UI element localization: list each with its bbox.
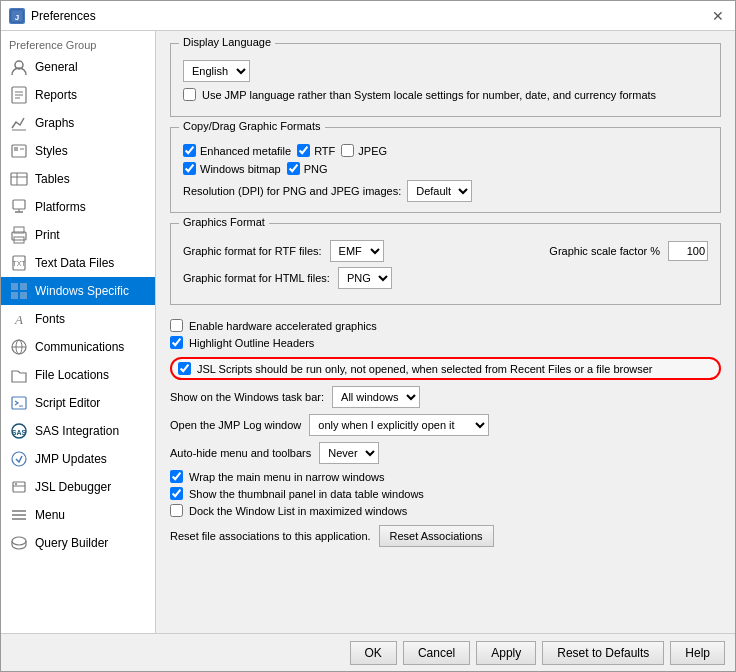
sidebar-item-graphs[interactable]: Graphs	[1, 109, 155, 137]
svg-text:A: A	[14, 312, 23, 327]
sidebar-item-jmpupdates[interactable]: JMP Updates	[1, 445, 155, 473]
taskbar-label: Show on the Windows task bar:	[170, 391, 324, 403]
svg-rect-25	[20, 292, 27, 299]
highlight-row: Highlight Outline Headers	[170, 336, 721, 349]
scale-input[interactable]	[668, 241, 708, 261]
rtf-format-select[interactable]: EMF	[330, 240, 384, 262]
rtf-checkbox[interactable]	[297, 144, 310, 157]
sidebar-item-menu[interactable]: Menu	[1, 501, 155, 529]
scale-label: Graphic scale factor %	[549, 245, 660, 257]
reset-label: Reset file associations to this applicat…	[170, 530, 371, 542]
sidebar-item-print[interactable]: Print	[1, 221, 155, 249]
textdata-icon: TXT	[9, 253, 29, 273]
enhanced-metafile-label[interactable]: Enhanced metafile	[183, 144, 291, 157]
sidebar-label-jsldebugger: JSL Debugger	[35, 480, 111, 494]
window-title: Preferences	[31, 9, 709, 23]
reset-defaults-button[interactable]: Reset to Defaults	[542, 641, 664, 665]
fonts-icon: A	[9, 309, 29, 329]
sidebar-label-textdata: Text Data Files	[35, 256, 114, 270]
taskbar-row: Show on the Windows task bar: All window…	[170, 386, 721, 408]
apply-button[interactable]: Apply	[476, 641, 536, 665]
graphs-icon	[9, 113, 29, 133]
ok-button[interactable]: OK	[350, 641, 397, 665]
sidebar-item-fileloc[interactable]: File Locations	[1, 361, 155, 389]
menu-icon	[9, 505, 29, 525]
graphics-format-section: Graphics Format Graphic format for RTF f…	[170, 223, 721, 305]
windows-icon	[9, 281, 29, 301]
sidebar-item-textdata[interactable]: TXT Text Data Files	[1, 249, 155, 277]
styles-icon	[9, 141, 29, 161]
windows-bitmap-label[interactable]: Windows bitmap	[183, 162, 281, 175]
reset-associations-button[interactable]: Reset Associations	[379, 525, 494, 547]
sidebar-item-reports[interactable]: Reports	[1, 81, 155, 109]
sidebar-label-comms: Communications	[35, 340, 124, 354]
comms-icon	[9, 337, 29, 357]
jsl-checkbox[interactable]	[178, 362, 191, 375]
sidebar-item-windows[interactable]: Windows Specific	[1, 277, 155, 305]
logwindow-select[interactable]: only when I explicitly open it	[309, 414, 489, 436]
language-select[interactable]: English	[183, 60, 250, 82]
taskbar-select[interactable]: All windows	[332, 386, 420, 408]
locale-checkbox[interactable]	[183, 88, 196, 101]
sidebar-item-general[interactable]: General	[1, 53, 155, 81]
resolution-select[interactable]: Default	[407, 180, 472, 202]
autohide-select[interactable]: Never	[319, 442, 379, 464]
svg-rect-14	[13, 200, 25, 209]
sidebar-label-general: General	[35, 60, 78, 74]
thumbnail-row: Show the thumbnail panel in data table w…	[170, 487, 721, 500]
sidebar-item-jsldebugger[interactable]: JSL Debugger	[1, 473, 155, 501]
svg-point-33	[12, 452, 26, 466]
logwindow-row: Open the JMP Log window only when I expl…	[170, 414, 721, 436]
copydrag-row1: Enhanced metafile RTF JPEG	[183, 144, 708, 157]
svg-rect-23	[20, 283, 27, 290]
thumbnail-checkbox[interactable]	[170, 487, 183, 500]
highlight-checkbox[interactable]	[170, 336, 183, 349]
close-button[interactable]: ✕	[709, 7, 727, 25]
sidebar-item-platforms[interactable]: Platforms	[1, 193, 155, 221]
sidebar-label-jmpupdates: JMP Updates	[35, 452, 107, 466]
locale-check-label[interactable]: Use JMP language rather than System loca…	[183, 88, 708, 101]
platforms-icon	[9, 197, 29, 217]
rtf-label[interactable]: RTF	[297, 144, 335, 157]
html-format-select[interactable]: PNG	[338, 267, 392, 289]
main-panel: Display Language English Use JMP languag…	[156, 31, 735, 633]
enhanced-metafile-checkbox[interactable]	[183, 144, 196, 157]
display-language-section: Display Language English Use JMP languag…	[170, 43, 721, 117]
sidebar-item-tables[interactable]: Tables	[1, 165, 155, 193]
cancel-button[interactable]: Cancel	[403, 641, 470, 665]
sidebar-item-fonts[interactable]: A Fonts	[1, 305, 155, 333]
reports-icon	[9, 85, 29, 105]
jpeg-label[interactable]: JPEG	[341, 144, 387, 157]
sidebar-item-styles[interactable]: Styles	[1, 137, 155, 165]
sidebar-label-fonts: Fonts	[35, 312, 65, 326]
help-button[interactable]: Help	[670, 641, 725, 665]
dock-checkbox[interactable]	[170, 504, 183, 517]
png-checkbox[interactable]	[287, 162, 300, 175]
svg-rect-34	[13, 482, 25, 492]
sidebar-item-scripteditor[interactable]: Script Editor	[1, 389, 155, 417]
jpeg-checkbox[interactable]	[341, 144, 354, 157]
titlebar: J Preferences ✕	[1, 1, 735, 31]
general-icon	[9, 57, 29, 77]
svg-text:SAS: SAS	[12, 429, 27, 436]
reset-row: Reset file associations to this applicat…	[170, 525, 721, 547]
resolution-label: Resolution (DPI) for PNG and JPEG images…	[183, 185, 401, 197]
svg-rect-22	[11, 283, 18, 290]
app-icon-svg: J	[9, 7, 25, 25]
sidebar-label-windows: Windows Specific	[35, 284, 129, 298]
sidebar-label-sas: SAS Integration	[35, 424, 119, 438]
png-label[interactable]: PNG	[287, 162, 328, 175]
sidebar-item-comms[interactable]: Communications	[1, 333, 155, 361]
sidebar-item-sas[interactable]: SAS SAS Integration	[1, 417, 155, 445]
standalone-checks: Enable hardware accelerated graphics Hig…	[170, 315, 721, 357]
wrap-checkbox[interactable]	[170, 470, 183, 483]
sidebar-label-graphs: Graphs	[35, 116, 74, 130]
wrap-row: Wrap the main menu in narrow windows	[170, 470, 721, 483]
hw-accel-checkbox[interactable]	[170, 319, 183, 332]
sidebar-item-querybuilder[interactable]: Query Builder	[1, 529, 155, 557]
jmpupdates-icon	[9, 449, 29, 469]
sas-icon: SAS	[9, 421, 29, 441]
sidebar-label-print: Print	[35, 228, 60, 242]
windows-bitmap-checkbox[interactable]	[183, 162, 196, 175]
sidebar-label-styles: Styles	[35, 144, 68, 158]
